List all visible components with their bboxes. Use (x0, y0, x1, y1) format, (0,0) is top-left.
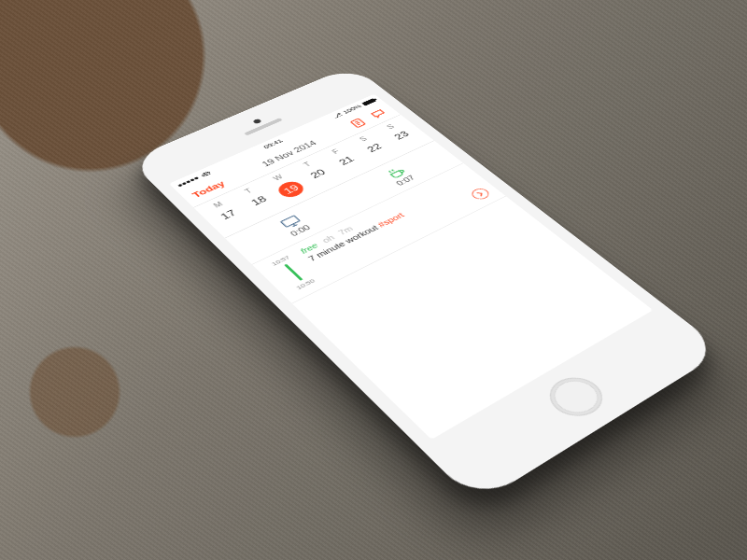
entry-time-end: 10:50 (295, 278, 317, 291)
iphone-device: 09:41 ⎇ 100% Today 19 Nov 2014 (129, 65, 725, 504)
wifi-icon (200, 170, 212, 177)
phone-speaker (244, 118, 283, 135)
chat-icon[interactable] (367, 107, 389, 120)
break-summary[interactable]: 0:07 (382, 163, 416, 187)
chevron-right-icon (475, 190, 486, 197)
home-button[interactable] (539, 371, 613, 425)
work-summary[interactable]: 0:00 (276, 213, 312, 238)
report-icon[interactable] (347, 116, 370, 129)
timeline-bar (284, 264, 303, 281)
